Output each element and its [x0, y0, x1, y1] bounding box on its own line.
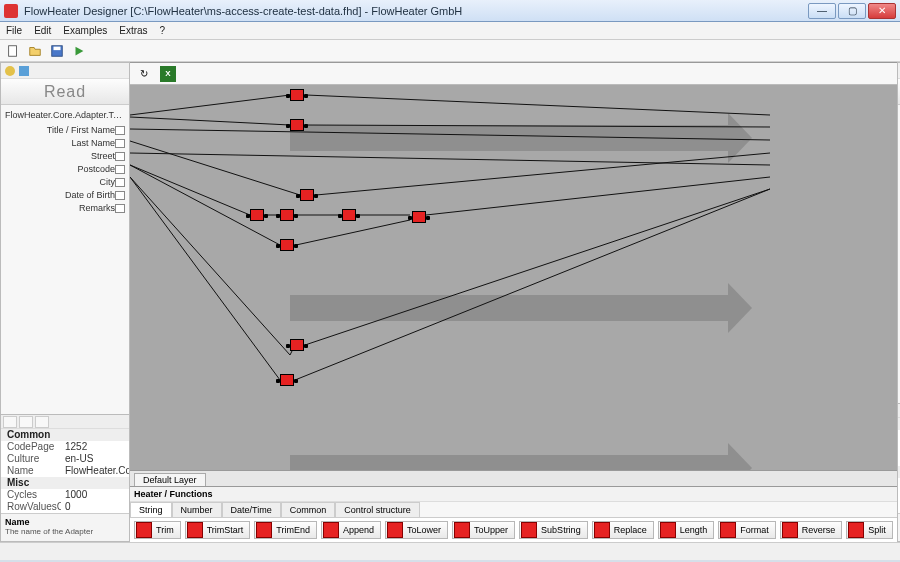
- heater-node[interactable]: [290, 339, 304, 351]
- func-append[interactable]: Append: [321, 521, 381, 539]
- read-panel: Read FlowHeater.Core.Adapter.TestDataAda…: [0, 62, 130, 542]
- read-field[interactable]: Remarks: [3, 201, 127, 214]
- func-replace[interactable]: Replace: [592, 521, 654, 539]
- svg-line-22: [295, 189, 770, 380]
- svg-line-9: [130, 141, 300, 195]
- func-length[interactable]: Length: [658, 521, 715, 539]
- func-tab[interactable]: String: [130, 502, 172, 517]
- refresh-icon[interactable]: ↻: [136, 66, 152, 82]
- functions-header: Heater / Functions: [130, 487, 897, 502]
- func-tab[interactable]: Common: [281, 502, 336, 517]
- menu-extras[interactable]: Extras: [119, 25, 147, 36]
- run-button[interactable]: [70, 42, 88, 60]
- svg-line-4: [130, 95, 290, 115]
- read-adapter-name: FlowHeater.Core.Adapter.TestDataAdapter: [3, 109, 127, 123]
- main-toolbar: [0, 40, 900, 62]
- heater-node[interactable]: [412, 211, 426, 223]
- svg-line-16: [130, 165, 280, 245]
- heater-node[interactable]: [300, 189, 314, 201]
- svg-line-21: [130, 177, 280, 380]
- heater-node[interactable]: [250, 209, 264, 221]
- heater-node[interactable]: [290, 119, 304, 131]
- window-title: FlowHeater Designer [C:\FlowHeater\ms-ac…: [24, 5, 808, 17]
- menu-bar: File Edit Examples Extras ?: [0, 22, 900, 40]
- svg-marker-3: [76, 46, 84, 55]
- heater-node[interactable]: [342, 209, 356, 221]
- read-property-grid[interactable]: Common CodePage1252 Cultureen-US NameFlo…: [1, 414, 129, 513]
- read-field[interactable]: City: [3, 175, 127, 188]
- func-reverse[interactable]: Reverse: [780, 521, 843, 539]
- svg-line-18: [130, 177, 290, 355]
- read-field[interactable]: Date of Birth: [3, 188, 127, 201]
- svg-line-8: [130, 129, 770, 140]
- canvas-toolbar: ↻ X: [130, 63, 897, 85]
- svg-line-11: [130, 153, 770, 165]
- status-bar: [0, 542, 900, 560]
- read-field[interactable]: Street: [3, 149, 127, 162]
- func-trimstart[interactable]: TrimStart: [185, 521, 251, 539]
- design-canvas[interactable]: [130, 85, 897, 470]
- svg-line-17: [296, 220, 410, 245]
- minimize-button[interactable]: —: [808, 3, 836, 19]
- layer-tab[interactable]: Default Layer: [134, 473, 206, 486]
- func-tab[interactable]: Control structure: [335, 502, 420, 517]
- read-field[interactable]: Title / First Name: [3, 123, 127, 136]
- read-field[interactable]: Postcode: [3, 162, 127, 175]
- read-panel-title: Read: [1, 79, 129, 105]
- function-buttons: Trim TrimStart TrimEnd Append ToLower To…: [130, 518, 897, 542]
- svg-line-7: [306, 125, 770, 127]
- layer-tabs[interactable]: Default Layer: [130, 470, 897, 486]
- svg-rect-0: [9, 45, 17, 56]
- menu-help[interactable]: ?: [160, 25, 166, 36]
- svg-line-10: [316, 153, 770, 195]
- close-button[interactable]: ✕: [868, 3, 896, 19]
- new-button[interactable]: [4, 42, 22, 60]
- heater-node[interactable]: [280, 209, 294, 221]
- svg-line-5: [306, 95, 770, 115]
- maximize-button[interactable]: ▢: [838, 3, 866, 19]
- func-tab[interactable]: Date/Time: [222, 502, 281, 517]
- menu-examples[interactable]: Examples: [63, 25, 107, 36]
- func-split[interactable]: Split: [846, 521, 893, 539]
- heater-node[interactable]: [280, 374, 294, 386]
- func-tolower[interactable]: ToLower: [385, 521, 448, 539]
- open-button[interactable]: [26, 42, 44, 60]
- save-button[interactable]: [48, 42, 66, 60]
- svg-line-20: [305, 189, 770, 345]
- svg-line-12: [130, 165, 250, 215]
- func-format[interactable]: Format: [718, 521, 776, 539]
- func-trimend[interactable]: TrimEnd: [254, 521, 317, 539]
- excel-icon[interactable]: X: [160, 66, 176, 82]
- title-bar: FlowHeater Designer [C:\FlowHeater\ms-ac…: [0, 0, 900, 22]
- func-toupper[interactable]: ToUpper: [452, 521, 515, 539]
- app-icon: [4, 4, 18, 18]
- function-category-tabs: String Number Date/Time Common Control s…: [130, 502, 897, 518]
- svg-line-6: [130, 117, 290, 125]
- designer-center: ↻ X: [130, 62, 897, 542]
- menu-file[interactable]: File: [6, 25, 22, 36]
- menu-edit[interactable]: Edit: [34, 25, 51, 36]
- read-panel-toolbar: [1, 63, 129, 79]
- heater-node[interactable]: [290, 89, 304, 101]
- heater-node[interactable]: [280, 239, 294, 251]
- func-tab[interactable]: Number: [172, 502, 222, 517]
- read-prop-description: NameThe name of the Adapter: [1, 513, 129, 541]
- read-field[interactable]: Last Name: [3, 136, 127, 149]
- func-trim[interactable]: Trim: [134, 521, 181, 539]
- svg-rect-2: [54, 46, 61, 50]
- functions-pane: Heater / Functions String Number Date/Ti…: [130, 486, 897, 542]
- func-substring[interactable]: SubString: [519, 521, 588, 539]
